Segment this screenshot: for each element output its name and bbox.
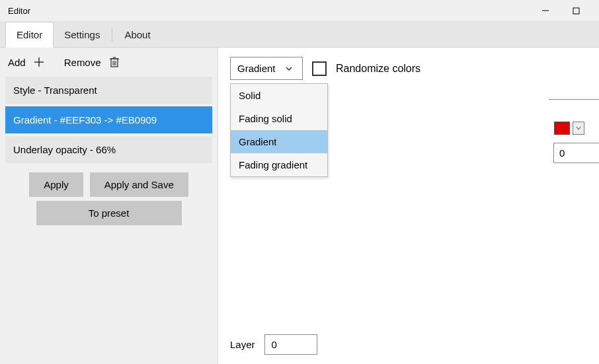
svg-rect-1 — [573, 8, 579, 14]
chevron-down-icon — [576, 126, 581, 131]
layer-input[interactable] — [264, 334, 317, 355]
remove-button[interactable]: Remove — [64, 55, 121, 69]
randomize-checkbox[interactable] — [312, 61, 327, 76]
tab-separator — [112, 27, 112, 42]
option-gradient[interactable]: Gradient — [231, 130, 327, 153]
duration-separator — [549, 99, 599, 100]
fill-type-select[interactable]: Gradient — [230, 57, 303, 80]
plus-icon — [32, 55, 46, 69]
trash-icon — [108, 55, 121, 69]
color-dropdown-button[interactable] — [573, 122, 584, 135]
list-item[interactable]: Underlay opacity - 66% — [5, 136, 212, 163]
apply-button[interactable]: Apply — [29, 172, 83, 197]
minimize-icon — [541, 7, 549, 15]
option-fading-gradient[interactable]: Fading gradient — [231, 153, 327, 176]
maximize-icon — [573, 7, 580, 15]
tab-editor[interactable]: Editor — [5, 22, 54, 48]
fill-type-value: Gradient — [237, 63, 276, 74]
to-preset-button[interactable]: To preset — [36, 201, 182, 225]
add-button[interactable]: Add — [8, 55, 46, 69]
extra-value-input[interactable] — [553, 143, 599, 163]
randomize-label: Randomize colors — [336, 63, 420, 75]
color-swatch[interactable] — [554, 122, 570, 135]
list-item[interactable]: Style - Transparent — [5, 77, 212, 104]
chevron-down-icon — [285, 65, 293, 73]
maximize-button[interactable] — [561, 0, 591, 21]
add-label: Add — [8, 57, 26, 68]
tab-about[interactable]: About — [114, 22, 161, 47]
main-panel: Gradient Randomize colors Solid Fading s… — [218, 48, 599, 364]
remove-label: Remove — [64, 57, 101, 68]
minimize-button[interactable] — [530, 0, 561, 21]
window-title: Editor — [8, 6, 530, 16]
list-item[interactable]: Gradient - #EEF303 -> #EB0909 — [5, 106, 212, 133]
layer-list: Style - Transparent Gradient - #EEF303 -… — [5, 77, 212, 163]
layer-label: Layer — [230, 339, 255, 350]
sidebar: Add Remove Style - Transparent Gradient … — [0, 48, 218, 364]
option-fading-solid[interactable]: Fading solid — [231, 107, 327, 130]
fill-type-dropdown: Solid Fading solid Gradient Fading gradi… — [230, 83, 328, 177]
option-solid[interactable]: Solid — [231, 84, 327, 107]
tabstrip: Editor Settings About — [0, 21, 599, 48]
apply-save-button[interactable]: Apply and Save — [90, 172, 188, 197]
tab-settings[interactable]: Settings — [54, 22, 110, 47]
